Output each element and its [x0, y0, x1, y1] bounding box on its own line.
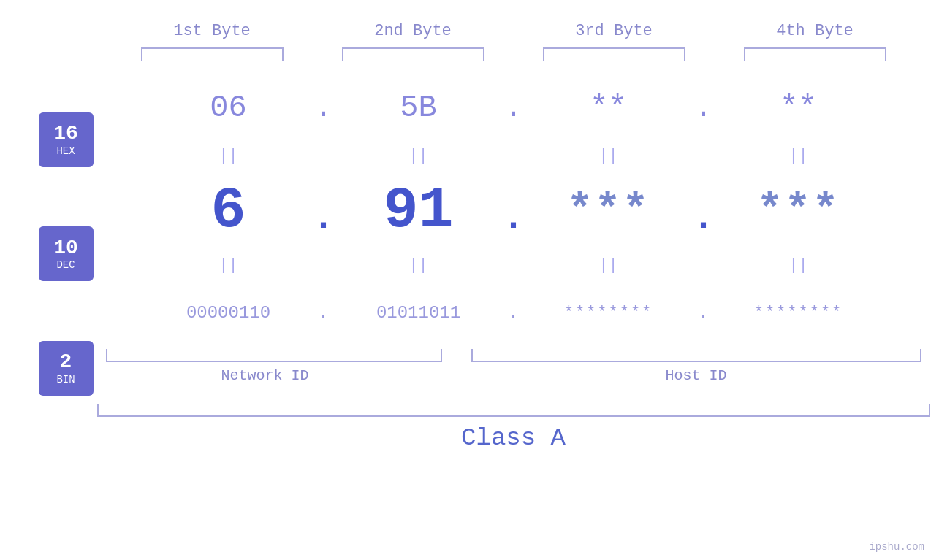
hex-badge-num: 16 — [53, 123, 78, 145]
dec-byte4: *** — [718, 185, 879, 235]
equals-row-1: || || || || — [97, 141, 930, 170]
dec-dot2: . — [499, 197, 528, 224]
dec-badge-label: DEC — [56, 259, 75, 271]
dec-dot3: . — [689, 197, 718, 224]
bracket-top-2 — [342, 47, 484, 61]
bottom-brackets-row — [97, 349, 930, 364]
hex-dot2: . — [499, 91, 528, 126]
watermark: ipshu.com — [869, 541, 924, 553]
byte3-header: 3rd Byte — [533, 22, 694, 40]
equals1-b3: || — [528, 147, 689, 165]
bin-dot1: . — [309, 303, 338, 323]
labels-gap — [433, 367, 463, 396]
byte-headers: 1st Byte 2nd Byte 3rd Byte 4th Byte — [112, 22, 916, 40]
equals2-b3: || — [528, 256, 689, 275]
bin-badge-num: 2 — [60, 351, 72, 374]
equals1-b2: || — [338, 147, 499, 165]
hex-dot1: . — [309, 91, 338, 126]
equals-row-2: || || || || — [97, 250, 930, 280]
ip-grid: 06 . 5B . ** . ** — [97, 75, 930, 452]
equals2-b4: || — [718, 256, 879, 275]
bin-dot3: . — [689, 303, 718, 323]
dec-badge: 10 DEC — [39, 226, 94, 281]
hex-dot3: . — [689, 91, 718, 126]
byte4-header: 4th Byte — [734, 22, 895, 40]
dec-byte2: 91 — [338, 177, 499, 244]
bracket-top-1 — [141, 47, 284, 61]
dec-byte3: *** — [528, 185, 689, 235]
main-container: 1st Byte 2nd Byte 3rd Byte 4th Byte 16 H… — [0, 0, 939, 560]
equals2-b2: || — [338, 256, 499, 275]
hex-row: 06 . 5B . ** . ** — [97, 75, 930, 141]
class-section: Class A — [97, 404, 930, 452]
byte2-header: 2nd Byte — [332, 22, 493, 40]
dec-row: 6 . 91 . *** . *** — [97, 170, 930, 250]
top-brackets-row — [112, 47, 916, 61]
byte1-header: 1st Byte — [132, 22, 292, 40]
bracket-network — [106, 349, 442, 362]
bracket-host — [471, 349, 921, 362]
base-badges: 16 HEX 10 DEC 2 BIN — [9, 75, 97, 426]
hex-byte4: ** — [718, 91, 879, 126]
class-label: Class A — [97, 424, 930, 452]
bin-dot2: . — [499, 303, 528, 323]
hex-badge: 16 HEX — [39, 112, 94, 167]
equals2-b1: || — [148, 256, 309, 275]
hex-byte2: 5B — [338, 91, 499, 126]
equals1-b4: || — [718, 147, 879, 165]
content-area: 16 HEX 10 DEC 2 BIN 06 . — [9, 75, 930, 452]
bin-byte4: ******** — [718, 304, 879, 322]
class-bracket — [97, 404, 930, 417]
hex-byte1: 06 — [148, 91, 309, 126]
bin-row: 00000110 . 01011011 . ******** . — [97, 280, 930, 345]
dec-byte1: 6 — [148, 177, 309, 244]
bin-byte3: ******** — [528, 304, 689, 322]
bin-byte1: 00000110 — [148, 303, 309, 323]
network-id-label: Network ID — [97, 367, 433, 396]
hex-badge-label: HEX — [56, 145, 75, 157]
bracket-top-3 — [543, 47, 685, 61]
equals1-b1: || — [148, 147, 309, 165]
bin-badge: 2 BIN — [39, 341, 94, 396]
dec-dot1: . — [309, 197, 338, 224]
dec-badge-num: 10 — [53, 237, 78, 260]
hex-byte3: ** — [528, 91, 689, 126]
host-id-label: Host ID — [463, 367, 930, 396]
bottom-section: Network ID Host ID — [97, 349, 930, 396]
id-labels-row: Network ID Host ID — [97, 367, 930, 396]
bin-byte2: 01011011 — [338, 303, 499, 323]
bracket-top-4 — [744, 47, 886, 61]
bin-badge-label: BIN — [56, 374, 75, 386]
